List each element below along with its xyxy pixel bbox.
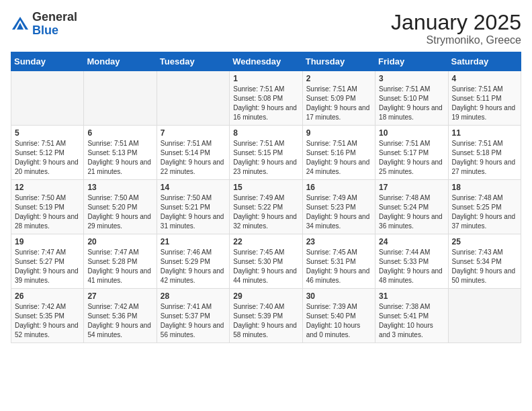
cell-info: Sunrise: 7:50 AM Sunset: 5:19 PM Dayligh… (15, 193, 80, 231)
week-row-3: 12Sunrise: 7:50 AM Sunset: 5:19 PM Dayli… (11, 180, 521, 234)
cell-info: Sunrise: 7:51 AM Sunset: 5:10 PM Dayligh… (379, 85, 444, 122)
day-number: 7 (161, 128, 226, 138)
logo-general: General (32, 10, 77, 24)
title-block: January 2025 Strymoniko, Greece (391, 11, 521, 46)
logo-blue: Blue (32, 24, 58, 37)
calendar-cell: 15Sunrise: 7:49 AM Sunset: 5:22 PM Dayli… (230, 180, 302, 234)
location-title: Strymoniko, Greece (391, 34, 521, 46)
weekday-header-monday: Monday (84, 52, 157, 71)
cell-info: Sunrise: 7:42 AM Sunset: 5:36 PM Dayligh… (87, 302, 152, 340)
cell-info: Sunrise: 7:46 AM Sunset: 5:29 PM Dayligh… (161, 248, 226, 285)
weekday-header-row: SundayMondayTuesdayWednesdayThursdayFrid… (11, 52, 521, 71)
day-number: 18 (452, 183, 517, 192)
cell-info: Sunrise: 7:51 AM Sunset: 5:18 PM Dayligh… (452, 139, 517, 177)
cell-info: Sunrise: 7:51 AM Sunset: 5:15 PM Dayligh… (233, 139, 298, 177)
calendar-cell: 17Sunrise: 7:48 AM Sunset: 5:24 PM Dayli… (375, 180, 448, 234)
day-number: 15 (233, 183, 298, 192)
calendar-cell: 6Sunrise: 7:51 AM Sunset: 5:13 PM Daylig… (84, 126, 157, 180)
day-number: 20 (87, 237, 152, 246)
calendar-cell: 2Sunrise: 7:51 AM Sunset: 5:09 PM Daylig… (302, 71, 375, 126)
cell-info: Sunrise: 7:39 AM Sunset: 5:40 PM Dayligh… (306, 302, 371, 340)
cell-info: Sunrise: 7:51 AM Sunset: 5:17 PM Dayligh… (379, 139, 444, 177)
calendar-cell: 9Sunrise: 7:51 AM Sunset: 5:16 PM Daylig… (302, 126, 375, 180)
weekday-header-wednesday: Wednesday (230, 52, 302, 71)
day-number: 29 (233, 291, 298, 301)
cell-info: Sunrise: 7:44 AM Sunset: 5:33 PM Dayligh… (379, 248, 444, 285)
calendar-cell: 29Sunrise: 7:40 AM Sunset: 5:39 PM Dayli… (230, 289, 302, 343)
day-number: 2 (306, 74, 371, 83)
calendar-table: SundayMondayTuesdayWednesdayThursdayFrid… (11, 52, 521, 343)
cell-info: Sunrise: 7:51 AM Sunset: 5:16 PM Dayligh… (306, 139, 371, 177)
day-number: 23 (306, 237, 371, 246)
day-number: 16 (306, 183, 371, 192)
calendar-cell: 14Sunrise: 7:50 AM Sunset: 5:21 PM Dayli… (157, 180, 229, 234)
cell-info: Sunrise: 7:49 AM Sunset: 5:23 PM Dayligh… (306, 193, 371, 231)
cell-info: Sunrise: 7:43 AM Sunset: 5:34 PM Dayligh… (452, 248, 517, 285)
week-row-5: 26Sunrise: 7:42 AM Sunset: 5:35 PM Dayli… (11, 289, 521, 343)
day-number: 31 (379, 291, 444, 301)
calendar-cell: 7Sunrise: 7:51 AM Sunset: 5:14 PM Daylig… (157, 126, 229, 180)
calendar-cell: 28Sunrise: 7:41 AM Sunset: 5:37 PM Dayli… (157, 289, 229, 343)
day-number: 10 (379, 128, 444, 138)
cell-info: Sunrise: 7:45 AM Sunset: 5:30 PM Dayligh… (233, 248, 298, 285)
day-number: 1 (233, 74, 298, 83)
cell-info: Sunrise: 7:38 AM Sunset: 5:41 PM Dayligh… (379, 302, 444, 340)
cell-info: Sunrise: 7:51 AM Sunset: 5:14 PM Dayligh… (161, 139, 226, 177)
calendar-cell: 26Sunrise: 7:42 AM Sunset: 5:35 PM Dayli… (11, 289, 84, 343)
day-number: 12 (15, 183, 80, 192)
calendar-cell: 31Sunrise: 7:38 AM Sunset: 5:41 PM Dayli… (375, 289, 448, 343)
calendar-cell: 3Sunrise: 7:51 AM Sunset: 5:10 PM Daylig… (375, 71, 448, 126)
logo-icon (11, 15, 30, 34)
calendar-cell: 4Sunrise: 7:51 AM Sunset: 5:11 PM Daylig… (448, 71, 521, 126)
calendar-cell: 22Sunrise: 7:45 AM Sunset: 5:30 PM Dayli… (230, 234, 302, 289)
day-number: 19 (15, 237, 80, 246)
logo-text: General Blue (32, 11, 77, 38)
cell-info: Sunrise: 7:48 AM Sunset: 5:24 PM Dayligh… (379, 193, 444, 231)
day-number: 22 (233, 237, 298, 246)
weekday-header-friday: Friday (375, 52, 448, 71)
calendar-cell: 11Sunrise: 7:51 AM Sunset: 5:18 PM Dayli… (448, 126, 521, 180)
calendar-cell (157, 71, 229, 126)
week-row-2: 5Sunrise: 7:51 AM Sunset: 5:12 PM Daylig… (11, 126, 521, 180)
day-number: 4 (452, 74, 517, 83)
calendar-cell: 21Sunrise: 7:46 AM Sunset: 5:29 PM Dayli… (157, 234, 229, 289)
day-number: 5 (15, 128, 80, 138)
cell-info: Sunrise: 7:51 AM Sunset: 5:08 PM Dayligh… (233, 85, 298, 122)
cell-info: Sunrise: 7:50 AM Sunset: 5:21 PM Dayligh… (161, 193, 226, 231)
calendar-cell: 19Sunrise: 7:47 AM Sunset: 5:27 PM Dayli… (11, 234, 84, 289)
day-number: 30 (306, 291, 371, 301)
week-row-4: 19Sunrise: 7:47 AM Sunset: 5:27 PM Dayli… (11, 234, 521, 289)
cell-info: Sunrise: 7:48 AM Sunset: 5:25 PM Dayligh… (452, 193, 517, 231)
day-number: 9 (306, 128, 371, 138)
day-number: 13 (87, 183, 152, 192)
weekday-header-saturday: Saturday (448, 52, 521, 71)
calendar-cell: 30Sunrise: 7:39 AM Sunset: 5:40 PM Dayli… (302, 289, 375, 343)
weekday-header-tuesday: Tuesday (157, 52, 229, 71)
calendar-cell: 18Sunrise: 7:48 AM Sunset: 5:25 PM Dayli… (448, 180, 521, 234)
day-number: 11 (452, 128, 517, 138)
day-number: 26 (15, 291, 80, 301)
cell-info: Sunrise: 7:50 AM Sunset: 5:20 PM Dayligh… (87, 193, 152, 231)
weekday-header-thursday: Thursday (302, 52, 375, 71)
cell-info: Sunrise: 7:47 AM Sunset: 5:28 PM Dayligh… (87, 248, 152, 285)
cell-info: Sunrise: 7:41 AM Sunset: 5:37 PM Dayligh… (161, 302, 226, 340)
day-number: 3 (379, 74, 444, 83)
calendar-cell: 8Sunrise: 7:51 AM Sunset: 5:15 PM Daylig… (230, 126, 302, 180)
weekday-header-sunday: Sunday (11, 52, 84, 71)
calendar-cell: 16Sunrise: 7:49 AM Sunset: 5:23 PM Dayli… (302, 180, 375, 234)
calendar-cell: 13Sunrise: 7:50 AM Sunset: 5:20 PM Dayli… (84, 180, 157, 234)
day-number: 17 (379, 183, 444, 192)
calendar-cell: 25Sunrise: 7:43 AM Sunset: 5:34 PM Dayli… (448, 234, 521, 289)
page-header: General Blue January 2025 Strymoniko, Gr… (11, 11, 521, 46)
day-number: 25 (452, 237, 517, 246)
week-row-1: 1Sunrise: 7:51 AM Sunset: 5:08 PM Daylig… (11, 71, 521, 126)
logo: General Blue (11, 11, 77, 38)
day-number: 21 (161, 237, 226, 246)
day-number: 27 (87, 291, 152, 301)
month-title: January 2025 (391, 11, 521, 34)
cell-info: Sunrise: 7:51 AM Sunset: 5:11 PM Dayligh… (452, 85, 517, 122)
calendar-cell: 27Sunrise: 7:42 AM Sunset: 5:36 PM Dayli… (84, 289, 157, 343)
cell-info: Sunrise: 7:45 AM Sunset: 5:31 PM Dayligh… (306, 248, 371, 285)
calendar-cell (11, 71, 84, 126)
cell-info: Sunrise: 7:49 AM Sunset: 5:22 PM Dayligh… (233, 193, 298, 231)
